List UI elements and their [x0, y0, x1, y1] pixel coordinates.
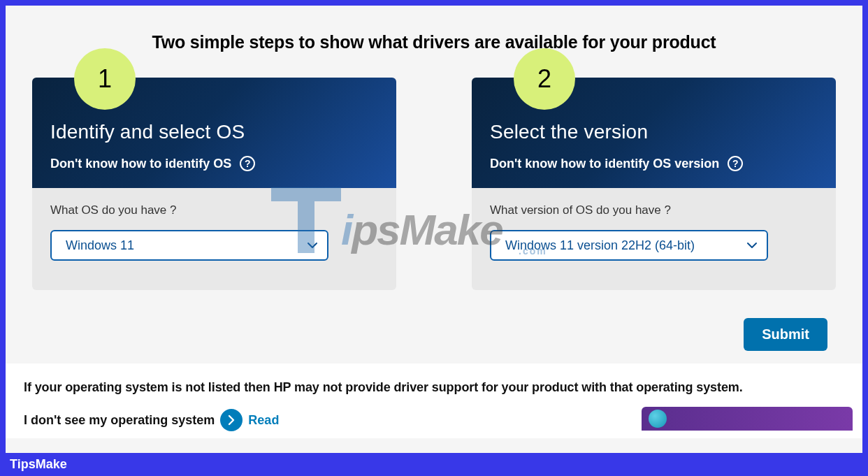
footer-brand: TipsMake — [10, 457, 67, 472]
secondary-note-text: I don't see my operating system — [24, 413, 215, 428]
footer-bar: TipsMake — [0, 453, 868, 476]
step-2-title: Select the version — [490, 121, 818, 143]
os-version-select-value: Windows 11 version 22H2 (64-bit) — [505, 238, 695, 253]
step-2-badge: 2 — [514, 48, 575, 110]
submit-row: Submit — [6, 290, 862, 351]
submit-button[interactable]: Submit — [744, 318, 827, 351]
os-select[interactable]: Windows 11 — [50, 230, 328, 261]
chevron-down-icon — [308, 240, 317, 250]
chevron-down-icon — [747, 240, 757, 250]
step-1-help-text: Don't know how to identify OS — [50, 157, 231, 171]
step-2-card: 2 Select the version Don't know how to i… — [472, 78, 836, 290]
steps-container: 1 Identify and select OS Don't know how … — [6, 59, 862, 290]
step-2-help-link[interactable]: Don't know how to identify OS version ? — [490, 156, 818, 171]
step-2-question: What version of OS do you have ? — [490, 203, 818, 217]
os-version-select[interactable]: Windows 11 version 22H2 (64-bit) — [490, 230, 768, 261]
step-1-card: 1 Identify and select OS Don't know how … — [32, 78, 396, 290]
page-title: Two simple steps to show what drivers ar… — [6, 6, 862, 59]
os-select-value: Windows 11 — [66, 238, 134, 253]
arrow-right-icon[interactable] — [220, 409, 243, 431]
step-1-title: Identify and select OS — [50, 121, 378, 143]
step-1-question: What OS do you have ? — [50, 203, 378, 217]
read-link[interactable]: Read — [248, 413, 279, 428]
help-icon: ? — [240, 156, 255, 171]
step-1-body: What OS do you have ? Windows 11 — [32, 188, 396, 290]
os-not-listed-note: If your operating system is not listed t… — [24, 380, 844, 395]
step-1-badge: 1 — [74, 48, 136, 110]
step-1-help-link[interactable]: Don't know how to identify OS ? — [50, 156, 378, 171]
step-2-help-text: Don't know how to identify OS version — [490, 157, 719, 171]
chat-avatar-icon — [649, 410, 667, 428]
chat-widget[interactable] — [642, 407, 853, 431]
help-icon: ? — [728, 156, 743, 171]
step-2-body: What version of OS do you have ? Windows… — [472, 188, 836, 290]
